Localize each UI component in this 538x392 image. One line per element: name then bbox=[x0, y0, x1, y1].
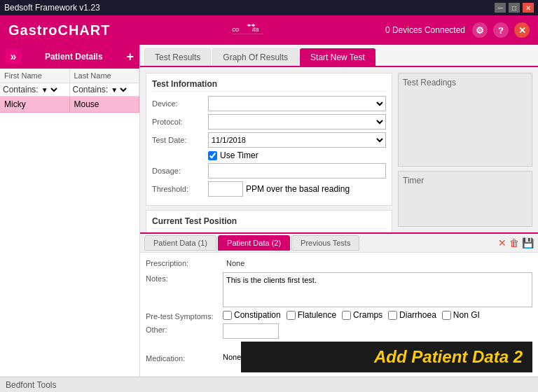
other-label: Other: bbox=[146, 323, 223, 334]
firstname-col-header: First Name bbox=[0, 69, 70, 83]
use-timer-label: Use Timer bbox=[220, 150, 258, 160]
test-main: Test Information Device: Protocol: Test … bbox=[140, 67, 398, 232]
app-header: GastroCHART co ita 0 Devices Connected ⚙… bbox=[0, 15, 538, 45]
bottom-section: Patient Data (1) Patient Data (2) Previo… bbox=[140, 232, 538, 377]
titlebar-close-button[interactable]: ✕ bbox=[523, 3, 534, 13]
cramps-checkbox[interactable] bbox=[342, 311, 351, 320]
patient-lastname: Mouse bbox=[70, 97, 140, 112]
add-patient-banner: Add Patient Data 2 bbox=[241, 342, 532, 372]
bottom-tab-actions: ✕ 🗑 💾 bbox=[498, 237, 534, 248]
ctp-title: Current Test Position bbox=[152, 216, 386, 229]
sidebar-title: Patient Details bbox=[45, 52, 103, 62]
protocol-row: Protocol: bbox=[152, 114, 386, 130]
patient-firstname: Micky bbox=[0, 97, 70, 112]
tab-graph-results[interactable]: Graph Of Results bbox=[212, 48, 298, 66]
content-area: Test Results Graph Of Results Start New … bbox=[140, 45, 538, 377]
timer-title: Timer bbox=[403, 176, 527, 186]
trash-tab-button[interactable]: 🗑 bbox=[509, 237, 519, 248]
save-tab-button[interactable]: 💾 bbox=[522, 237, 534, 248]
medication-label: Medication: bbox=[146, 352, 223, 363]
symptom-cramps: Cramps bbox=[342, 310, 382, 320]
prescription-label: Prescription: bbox=[146, 257, 223, 267]
help-icon[interactable]: ? bbox=[493, 22, 509, 38]
delete-tab-button[interactable]: ✕ bbox=[498, 237, 506, 248]
sidebar: » Patient Details + First Name Last Name… bbox=[0, 45, 140, 377]
device-row: Device: bbox=[152, 96, 386, 111]
lastname-filter[interactable]: Contains: ▼ bbox=[70, 83, 140, 96]
threshold-input[interactable] bbox=[208, 181, 243, 197]
firstname-filter-select[interactable]: ▼ bbox=[39, 85, 60, 94]
threshold-label: Threshold: bbox=[152, 185, 208, 193]
constipation-label: Constipation bbox=[234, 310, 281, 320]
other-input[interactable] bbox=[223, 323, 279, 339]
svg-text:co: co bbox=[232, 26, 239, 33]
device-select[interactable] bbox=[208, 96, 386, 111]
flatulence-checkbox[interactable] bbox=[287, 311, 296, 320]
flatulence-label: Flatulence bbox=[298, 310, 336, 320]
title-bar-controls: ─ □ ✕ bbox=[495, 3, 534, 13]
test-readings-title: Test Readings bbox=[403, 78, 527, 88]
header-icons: ⚙ ? ✕ bbox=[472, 22, 530, 38]
nongi-checkbox[interactable] bbox=[442, 311, 451, 320]
maximize-button[interactable]: □ bbox=[509, 3, 520, 13]
test-information-box: Test Information Device: Protocol: Test … bbox=[146, 73, 392, 206]
patient-row[interactable]: Micky Mouse bbox=[0, 97, 139, 113]
testdate-select[interactable]: 11/1/2018 bbox=[208, 132, 386, 148]
dosage-label: Dosage: bbox=[152, 167, 208, 175]
notes-label: Notes: bbox=[146, 272, 223, 283]
status-bar-label: Bedfont Tools bbox=[6, 380, 57, 390]
dosage-row: Dosage: bbox=[152, 163, 386, 178]
medication-value: None bbox=[223, 353, 241, 361]
svg-text:ita: ita bbox=[252, 26, 259, 33]
testdate-row: Test Date: 11/1/2018 bbox=[152, 132, 386, 148]
threshold-suffix: PPM over the basal reading bbox=[246, 184, 350, 194]
protocol-select[interactable] bbox=[208, 114, 386, 130]
add-patient-button[interactable]: + bbox=[126, 50, 134, 64]
sidebar-header: » Patient Details + bbox=[0, 45, 139, 69]
minimize-button[interactable]: ─ bbox=[495, 3, 506, 13]
symptoms-row: Pre-test Symptoms: Constipation Flatulen… bbox=[146, 310, 532, 321]
symptom-nongi: Non GI bbox=[442, 310, 480, 320]
patient-data-2-form: Prescription: None Notes: This is the cl… bbox=[140, 253, 538, 377]
sidebar-filters: Contains: ▼ Contains: ▼ bbox=[0, 83, 139, 97]
dosage-input[interactable] bbox=[208, 163, 386, 178]
sidebar-expand-button[interactable]: » bbox=[6, 49, 21, 64]
use-timer-checkbox[interactable] bbox=[208, 151, 217, 160]
symptom-diarrhoea: Diarrhoea bbox=[388, 310, 436, 320]
sidebar-col-headers: First Name Last Name bbox=[0, 69, 139, 83]
other-row: Other: bbox=[146, 323, 532, 339]
app-close-button[interactable]: ✕ bbox=[514, 22, 530, 38]
test-readings-box: Test Readings bbox=[398, 73, 532, 167]
test-section: Test Information Device: Protocol: Test … bbox=[140, 67, 538, 232]
devices-connected: 0 Devices Connected bbox=[385, 25, 465, 35]
use-timer-row: Use Timer bbox=[208, 150, 386, 160]
tab-test-results[interactable]: Test Results bbox=[144, 48, 211, 66]
symptom-constipation: Constipation bbox=[223, 310, 281, 320]
lastname-filter-label: Contains: bbox=[73, 85, 109, 94]
header-logo: co ita bbox=[227, 20, 269, 41]
lastname-col-header: Last Name bbox=[70, 69, 140, 83]
firstname-filter[interactable]: Contains: ▼ bbox=[0, 83, 70, 96]
diarrhoea-label: Diarrhoea bbox=[399, 310, 436, 320]
add-patient-banner-text: Add Patient Data 2 bbox=[374, 347, 523, 367]
bottom-tab-patient-data-1[interactable]: Patient Data (1) bbox=[144, 235, 216, 251]
symptoms-checkboxes: Constipation Flatulence Cramps Diar bbox=[223, 310, 480, 320]
lastname-filter-select[interactable]: ▼ bbox=[108, 85, 129, 94]
firstname-filter-label: Contains: bbox=[3, 85, 39, 94]
bottom-tab-previous-tests[interactable]: Previous Tests bbox=[291, 235, 359, 251]
bottom-tab-patient-data-2[interactable]: Patient Data (2) bbox=[218, 235, 290, 251]
settings-icon[interactable]: ⚙ bbox=[472, 22, 488, 38]
status-bar: Bedfont Tools bbox=[0, 377, 538, 392]
tab-start-new-test[interactable]: Start New Test bbox=[300, 48, 375, 66]
constipation-checkbox[interactable] bbox=[223, 311, 232, 320]
title-bar: Bedsoft Framework v1.23 ─ □ ✕ bbox=[0, 0, 538, 15]
threshold-row: Threshold: PPM over the basal reading bbox=[152, 181, 386, 197]
current-test-position-box: Current Test Position Reading Time: ▲ ▼ … bbox=[146, 210, 392, 232]
app-title: GastroCHART bbox=[8, 22, 110, 38]
diarrhoea-checkbox[interactable] bbox=[388, 311, 397, 320]
cramps-label: Cramps bbox=[353, 310, 382, 320]
timer-box: Timer bbox=[398, 171, 532, 227]
notes-textarea[interactable]: This is the clients first test. bbox=[223, 272, 532, 307]
title-bar-text: Bedsoft Framework v1.23 bbox=[4, 3, 100, 13]
medication-banner-row: Medication: None Add Patient Data 2 bbox=[146, 342, 532, 372]
